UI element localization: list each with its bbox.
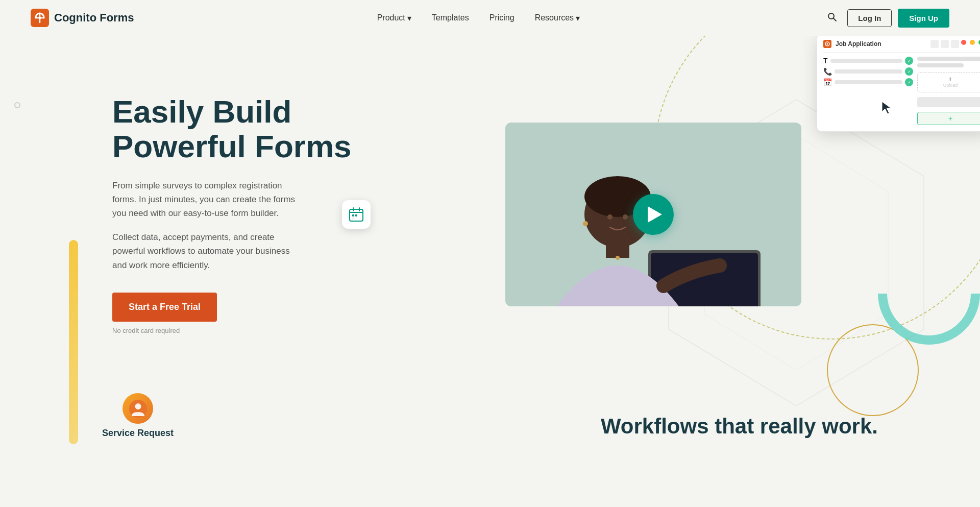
calendar-icon: [349, 207, 364, 222]
minimize-dot: [970, 40, 975, 45]
logo-icon: [31, 9, 49, 27]
hero-section: Easily Build Powerful Forms From simple …: [0, 36, 980, 383]
field-row-3: 📅 ✓: [823, 78, 913, 86]
yellow-stripe-decoration: [69, 240, 78, 444]
search-icon: [827, 12, 837, 22]
no-credit-card-text: No credit card required: [112, 327, 357, 334]
decorative-dot: [14, 102, 20, 108]
play-triangle-icon: [648, 206, 662, 223]
start-free-trial-button[interactable]: Start a Free Trial: [112, 293, 217, 322]
field-row-2: 📞 ✓: [823, 67, 913, 76]
form-preview-panel: ⬆ Upload +: [917, 57, 980, 125]
cursor-icon: [881, 101, 893, 117]
preview-bar-2: [917, 63, 964, 67]
preview-input-bar: [917, 97, 980, 107]
hero-visual: Job Application T ✓: [357, 74, 949, 355]
calendar-field-icon: 📅: [823, 78, 832, 86]
signup-button[interactable]: Sign Up: [898, 9, 949, 28]
nav-actions: Log In Sign Up: [823, 8, 949, 29]
field-status-2: ✓: [905, 67, 913, 76]
search-button[interactable]: [823, 8, 841, 29]
floating-calendar-icon: [342, 200, 371, 229]
svg-point-27: [827, 43, 828, 45]
hero-description-1: From simple surveys to complex registrat…: [112, 179, 306, 221]
form-ui-title: Job Application: [836, 40, 926, 47]
preview-upload-area: ⬆ Upload: [917, 72, 980, 92]
nav-templates[interactable]: Templates: [424, 9, 477, 27]
nav-resources[interactable]: Resources ▾: [527, 9, 588, 27]
form-ui-body: T ✓ 📞 ✓ 📅 ✓: [823, 57, 980, 125]
service-request-section: Service Request: [102, 393, 174, 439]
play-button[interactable]: [633, 194, 674, 235]
chevron-down-icon: ▾: [407, 13, 411, 23]
form-fields-panel: T ✓ 📞 ✓ 📅 ✓: [823, 57, 913, 125]
field-bar-2: [835, 69, 902, 74]
chevron-down-icon-resources: ▾: [576, 13, 580, 23]
hero-content: Easily Build Powerful Forms From simple …: [112, 94, 357, 334]
svg-rect-23: [355, 214, 357, 216]
preview-add-button[interactable]: +: [917, 112, 980, 125]
service-request-avatar: [122, 393, 153, 424]
preview-bar-1: [917, 57, 980, 61]
hero-video-thumbnail: [505, 123, 801, 306]
nav-product[interactable]: Product ▾: [369, 9, 420, 27]
svg-point-16: [616, 256, 620, 260]
phone-field-icon: 📞: [823, 67, 832, 76]
cognito-mini-icon: [823, 40, 831, 48]
text-field-icon: T: [823, 57, 828, 65]
logo-link[interactable]: Cognito Forms: [31, 9, 134, 27]
svg-rect-24: [352, 218, 354, 220]
toolbar-icon-3: [951, 40, 959, 48]
hero-description-2: Collect data, accept payments, and creat…: [112, 230, 306, 272]
field-row-1: T ✓: [823, 57, 913, 65]
svg-rect-12: [606, 243, 629, 258]
nav-links: Product ▾ Templates Pricing Resources ▾: [369, 9, 588, 27]
toolbar-icon-2: [941, 40, 949, 48]
form-ui-header: Job Application: [823, 40, 980, 53]
form-builder-ui: Job Application T ✓: [817, 33, 980, 132]
field-status-3: ✓: [905, 78, 913, 86]
brand-name: Cognito Forms: [54, 11, 134, 25]
mouse-cursor: [881, 101, 893, 115]
svg-point-15: [623, 214, 628, 220]
svg-point-14: [607, 214, 612, 220]
service-request-label: Service Request: [102, 428, 174, 439]
navigation: Cognito Forms Product ▾ Templates Pricin…: [0, 0, 980, 36]
nav-pricing[interactable]: Pricing: [481, 9, 523, 27]
field-bar-3: [835, 80, 902, 84]
svg-line-3: [834, 18, 836, 21]
toolbar-icon-1: [930, 40, 939, 48]
hero-title: Easily Build Powerful Forms: [112, 94, 357, 164]
svg-rect-22: [352, 214, 354, 216]
field-status-1: ✓: [905, 57, 913, 65]
svg-point-29: [135, 403, 141, 409]
svg-point-17: [583, 221, 588, 226]
svg-point-1: [39, 17, 41, 19]
avatar-person-icon: [129, 400, 147, 418]
login-button[interactable]: Log In: [847, 9, 892, 27]
form-ui-toolbar: [930, 40, 980, 48]
field-bar-1: [830, 59, 902, 63]
close-dot: [961, 40, 966, 45]
